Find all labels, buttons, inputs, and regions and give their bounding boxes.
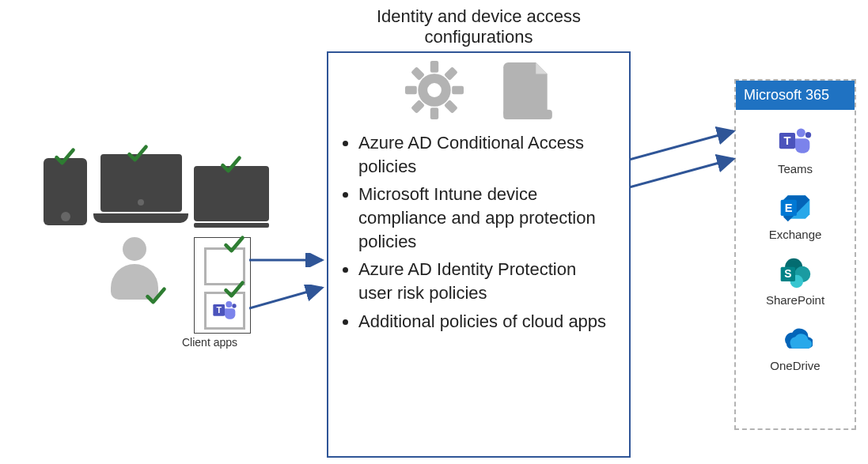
m365-header: Microsoft 365 — [736, 81, 855, 110]
policy-item: Azure AD Identity Protection user risk p… — [358, 258, 613, 304]
svg-text:T: T — [216, 305, 222, 315]
svg-rect-14 — [503, 110, 552, 119]
svg-text:S: S — [784, 268, 791, 280]
arrow-icon — [249, 253, 328, 267]
policy-item: Microsoft Intune device compliance and a… — [358, 183, 613, 253]
svg-line-27 — [249, 288, 322, 308]
diagram-stage: T Client apps Identity and device access… — [0, 0, 868, 464]
svg-rect-8 — [452, 86, 464, 94]
gear-icon — [405, 61, 464, 123]
document-icon — [503, 61, 552, 123]
svc-label: Teams — [736, 162, 855, 175]
svc-label: SharePoint — [736, 293, 855, 307]
svc-label: Exchange — [736, 228, 855, 241]
teams-icon: T — [778, 124, 813, 159]
svg-rect-9 — [444, 66, 458, 81]
laptop-icon — [93, 154, 188, 229]
check-icon — [223, 278, 245, 300]
center-title: Identity and device access configuration… — [332, 6, 625, 47]
svg-rect-12 — [444, 100, 458, 114]
svg-text:E: E — [785, 202, 793, 214]
policy-list: Azure AD Conditional Access policies Mic… — [358, 131, 613, 334]
check-icon — [145, 285, 167, 307]
onedrive-icon — [778, 321, 813, 356]
svg-point-18 — [805, 132, 811, 138]
svg-text:T: T — [783, 134, 790, 147]
svc-onedrive: OneDrive — [736, 321, 855, 372]
check-icon — [220, 153, 242, 175]
svg-rect-6 — [430, 108, 438, 119]
svg-line-29 — [629, 159, 733, 187]
exchange-icon: E — [778, 190, 813, 224]
arrow-icon — [249, 285, 328, 316]
svc-exchange: E Exchange — [736, 190, 855, 241]
arrow-icon — [629, 154, 740, 194]
check-icon — [223, 233, 245, 255]
check-icon — [127, 142, 149, 164]
svc-teams: T Teams — [736, 124, 855, 175]
svg-rect-7 — [405, 86, 417, 94]
policy-item: Additional policies of cloud apps — [358, 310, 613, 334]
svc-label: OneDrive — [736, 359, 855, 372]
svg-point-2 — [226, 301, 232, 307]
client-apps-label: Client apps — [182, 336, 237, 349]
config-box: Azure AD Conditional Access policies Mic… — [327, 51, 631, 458]
check-icon — [54, 145, 76, 168]
sharepoint-icon: S — [778, 255, 813, 290]
m365-box: Microsoft 365 T Teams E — [734, 79, 856, 430]
policy-item: Azure AD Conditional Access policies — [358, 131, 613, 178]
phone-icon — [44, 158, 87, 225]
svg-point-3 — [232, 304, 236, 307]
svg-rect-5 — [430, 61, 438, 73]
svg-line-28 — [629, 131, 733, 160]
arrow-icon — [629, 126, 740, 166]
svg-point-13 — [427, 83, 442, 97]
svc-sharepoint: S SharePoint — [736, 255, 855, 307]
svg-rect-10 — [411, 100, 425, 114]
svg-point-17 — [797, 129, 805, 138]
svg-rect-11 — [411, 66, 425, 81]
